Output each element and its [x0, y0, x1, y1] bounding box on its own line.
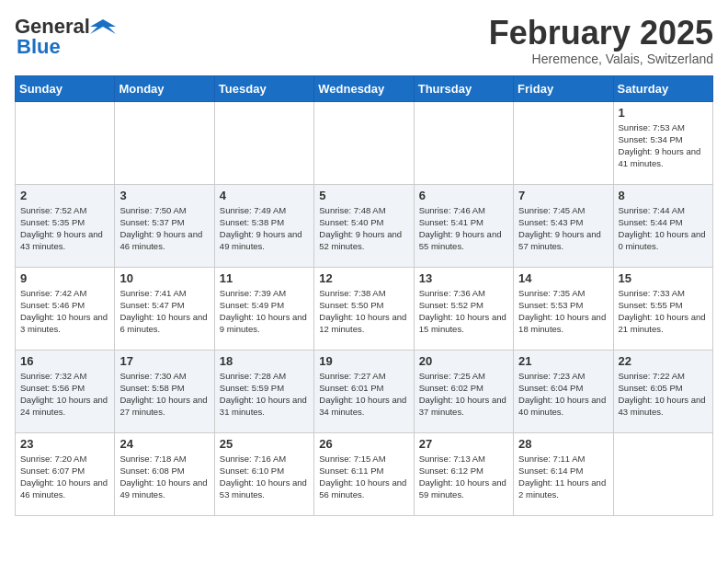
- day-number: 26: [319, 437, 408, 451]
- day-number: 5: [319, 189, 408, 202]
- day-info: Sunrise: 7:41 AM Sunset: 5:47 PM Dayligh…: [119, 287, 209, 336]
- calendar-week-row: 23Sunrise: 7:20 AM Sunset: 6:07 PM Dayli…: [16, 432, 713, 515]
- day-number: 15: [619, 271, 708, 285]
- day-info: Sunrise: 7:52 AM Sunset: 5:35 PM Dayligh…: [20, 204, 109, 253]
- table-row: 10Sunrise: 7:41 AM Sunset: 5:47 PM Dayli…: [115, 267, 214, 350]
- calendar-week-row: 1Sunrise: 7:53 AM Sunset: 5:34 PM Daylig…: [16, 101, 713, 184]
- day-number: 1: [619, 106, 708, 120]
- day-info: Sunrise: 7:11 AM Sunset: 6:14 PM Dayligh…: [518, 453, 608, 501]
- page-header: General Blue February 2025 Heremence, Va…: [15, 15, 713, 66]
- table-row: 7Sunrise: 7:45 AM Sunset: 5:43 PM Daylig…: [514, 184, 613, 267]
- table-row: 11Sunrise: 7:39 AM Sunset: 5:49 PM Dayli…: [214, 267, 313, 350]
- day-number: 23: [20, 437, 109, 451]
- table-row: 24Sunrise: 7:18 AM Sunset: 6:08 PM Dayli…: [115, 432, 214, 515]
- col-monday: Monday: [115, 75, 214, 101]
- table-row: 28Sunrise: 7:11 AM Sunset: 6:14 PM Dayli…: [514, 432, 613, 515]
- table-row: 1Sunrise: 7:53 AM Sunset: 5:34 PM Daylig…: [613, 101, 712, 184]
- table-row: 23Sunrise: 7:20 AM Sunset: 6:07 PM Dayli…: [16, 432, 115, 515]
- table-row: 14Sunrise: 7:35 AM Sunset: 5:53 PM Dayli…: [514, 267, 613, 350]
- day-info: Sunrise: 7:30 AM Sunset: 5:58 PM Dayligh…: [119, 370, 209, 419]
- day-number: 20: [419, 354, 508, 368]
- day-number: 27: [419, 437, 508, 451]
- col-sunday: Sunday: [16, 75, 115, 101]
- day-number: 12: [319, 271, 408, 285]
- day-info: Sunrise: 7:35 AM Sunset: 5:53 PM Dayligh…: [518, 287, 608, 336]
- table-row: 20Sunrise: 7:25 AM Sunset: 6:02 PM Dayli…: [414, 350, 513, 432]
- table-row: [414, 101, 513, 184]
- calendar-week-row: 16Sunrise: 7:32 AM Sunset: 5:56 PM Dayli…: [16, 350, 713, 432]
- logo-bird-icon: [90, 17, 116, 36]
- day-info: Sunrise: 7:46 AM Sunset: 5:41 PM Dayligh…: [419, 204, 508, 253]
- day-info: Sunrise: 7:27 AM Sunset: 6:01 PM Dayligh…: [319, 370, 408, 419]
- location-text: Heremence, Valais, Switzerland: [489, 52, 713, 66]
- table-row: [115, 101, 214, 184]
- col-wednesday: Wednesday: [314, 75, 414, 101]
- table-row: 2Sunrise: 7:52 AM Sunset: 5:35 PM Daylig…: [16, 184, 115, 267]
- day-info: Sunrise: 7:22 AM Sunset: 6:05 PM Dayligh…: [619, 370, 708, 419]
- day-info: Sunrise: 7:50 AM Sunset: 5:37 PM Dayligh…: [119, 204, 209, 253]
- table-row: 17Sunrise: 7:30 AM Sunset: 5:58 PM Dayli…: [115, 350, 214, 432]
- day-number: 13: [419, 271, 508, 285]
- day-info: Sunrise: 7:28 AM Sunset: 5:59 PM Dayligh…: [220, 370, 309, 419]
- day-number: 22: [619, 354, 708, 368]
- day-info: Sunrise: 7:45 AM Sunset: 5:43 PM Dayligh…: [518, 204, 608, 253]
- day-number: 14: [518, 271, 608, 285]
- day-info: Sunrise: 7:33 AM Sunset: 5:55 PM Dayligh…: [619, 287, 708, 336]
- day-info: Sunrise: 7:44 AM Sunset: 5:44 PM Dayligh…: [619, 204, 708, 253]
- table-row: [514, 101, 613, 184]
- table-row: 12Sunrise: 7:38 AM Sunset: 5:50 PM Dayli…: [314, 267, 414, 350]
- day-number: 21: [518, 354, 608, 368]
- day-number: 25: [220, 437, 309, 451]
- day-info: Sunrise: 7:36 AM Sunset: 5:52 PM Dayligh…: [419, 287, 508, 336]
- table-row: 25Sunrise: 7:16 AM Sunset: 6:10 PM Dayli…: [214, 432, 313, 515]
- day-number: 2: [20, 189, 109, 202]
- day-number: 10: [119, 271, 209, 285]
- logo-blue-text: Blue: [17, 35, 61, 59]
- day-number: 4: [220, 189, 309, 202]
- table-row: 21Sunrise: 7:23 AM Sunset: 6:04 PM Dayli…: [514, 350, 613, 432]
- day-info: Sunrise: 7:25 AM Sunset: 6:02 PM Dayligh…: [419, 370, 508, 419]
- table-row: [214, 101, 313, 184]
- day-number: 9: [20, 271, 109, 285]
- table-row: 26Sunrise: 7:15 AM Sunset: 6:11 PM Dayli…: [314, 432, 414, 515]
- table-row: [16, 101, 115, 184]
- day-info: Sunrise: 7:48 AM Sunset: 5:40 PM Dayligh…: [319, 204, 408, 253]
- table-row: [314, 101, 414, 184]
- col-friday: Friday: [514, 75, 613, 101]
- day-info: Sunrise: 7:38 AM Sunset: 5:50 PM Dayligh…: [319, 287, 408, 336]
- table-row: 27Sunrise: 7:13 AM Sunset: 6:12 PM Dayli…: [414, 432, 513, 515]
- day-number: 17: [119, 354, 209, 368]
- day-number: 19: [319, 354, 408, 368]
- table-row: 8Sunrise: 7:44 AM Sunset: 5:44 PM Daylig…: [613, 184, 712, 267]
- logo: General Blue: [15, 15, 116, 59]
- day-number: 8: [619, 189, 708, 202]
- calendar-header-row: Sunday Monday Tuesday Wednesday Thursday…: [16, 75, 713, 101]
- month-title: February 2025: [489, 15, 713, 52]
- day-number: 6: [419, 189, 508, 202]
- table-row: 16Sunrise: 7:32 AM Sunset: 5:56 PM Dayli…: [16, 350, 115, 432]
- table-row: 18Sunrise: 7:28 AM Sunset: 5:59 PM Dayli…: [214, 350, 313, 432]
- table-row: 19Sunrise: 7:27 AM Sunset: 6:01 PM Dayli…: [314, 350, 414, 432]
- table-row: 6Sunrise: 7:46 AM Sunset: 5:41 PM Daylig…: [414, 184, 513, 267]
- day-number: 7: [518, 189, 608, 202]
- table-row: 22Sunrise: 7:22 AM Sunset: 6:05 PM Dayli…: [613, 350, 712, 432]
- day-info: Sunrise: 7:49 AM Sunset: 5:38 PM Dayligh…: [220, 204, 309, 253]
- day-info: Sunrise: 7:15 AM Sunset: 6:11 PM Dayligh…: [319, 453, 408, 501]
- day-info: Sunrise: 7:42 AM Sunset: 5:46 PM Dayligh…: [20, 287, 109, 336]
- table-row: 3Sunrise: 7:50 AM Sunset: 5:37 PM Daylig…: [115, 184, 214, 267]
- col-thursday: Thursday: [414, 75, 513, 101]
- day-info: Sunrise: 7:16 AM Sunset: 6:10 PM Dayligh…: [220, 453, 309, 501]
- svg-marker-0: [90, 19, 116, 34]
- table-row: 15Sunrise: 7:33 AM Sunset: 5:55 PM Dayli…: [613, 267, 712, 350]
- day-info: Sunrise: 7:20 AM Sunset: 6:07 PM Dayligh…: [20, 453, 109, 501]
- table-row: 5Sunrise: 7:48 AM Sunset: 5:40 PM Daylig…: [314, 184, 414, 267]
- day-number: 11: [220, 271, 309, 285]
- day-info: Sunrise: 7:53 AM Sunset: 5:34 PM Dayligh…: [619, 121, 708, 170]
- calendar-week-row: 2Sunrise: 7:52 AM Sunset: 5:35 PM Daylig…: [16, 184, 713, 267]
- table-row: 9Sunrise: 7:42 AM Sunset: 5:46 PM Daylig…: [16, 267, 115, 350]
- table-row: 4Sunrise: 7:49 AM Sunset: 5:38 PM Daylig…: [214, 184, 313, 267]
- day-info: Sunrise: 7:39 AM Sunset: 5:49 PM Dayligh…: [220, 287, 309, 336]
- day-info: Sunrise: 7:23 AM Sunset: 6:04 PM Dayligh…: [518, 370, 608, 419]
- day-number: 18: [220, 354, 309, 368]
- col-saturday: Saturday: [613, 75, 712, 101]
